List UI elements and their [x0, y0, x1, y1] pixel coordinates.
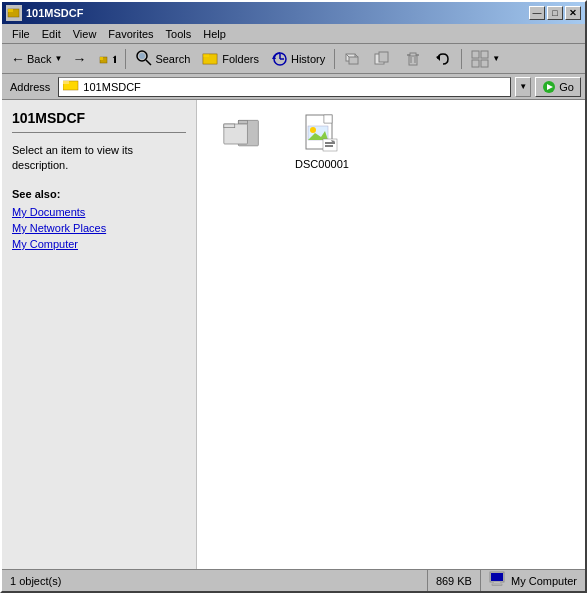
menu-view[interactable]: View: [67, 26, 103, 42]
left-panel: 101MSDCF Select an item to view its desc…: [2, 100, 197, 569]
up-button[interactable]: ⬆: [93, 47, 121, 71]
separator-1: [125, 49, 126, 69]
photo-icon: [303, 114, 341, 154]
folders-icon: [202, 49, 220, 69]
my-documents-link[interactable]: My Documents: [12, 206, 186, 218]
svg-rect-25: [472, 51, 479, 58]
move-button[interactable]: [339, 47, 367, 71]
separator-2: [334, 49, 335, 69]
window-title: 101MSDCF: [26, 7, 83, 19]
menu-edit[interactable]: Edit: [36, 26, 67, 42]
delete-button[interactable]: [399, 47, 427, 71]
photo-item[interactable]: DSC00001: [287, 110, 357, 174]
close-button[interactable]: ✕: [565, 6, 581, 20]
search-icon: [135, 49, 153, 69]
copy-button[interactable]: [369, 47, 397, 71]
menu-favorites[interactable]: Favorites: [102, 26, 159, 42]
menu-bar: File Edit View Favorites Tools Help: [2, 24, 585, 44]
svg-rect-28: [481, 60, 488, 67]
address-value: 101MSDCF: [83, 81, 506, 93]
forward-icon: →: [72, 52, 86, 66]
svg-rect-26: [481, 51, 488, 58]
views-arrow-icon: ▼: [492, 54, 500, 63]
history-label: History: [291, 53, 325, 65]
svg-text:⬆: ⬆: [111, 54, 116, 65]
my-network-places-link[interactable]: My Network Places: [12, 222, 186, 234]
back-icon: ←: [11, 52, 25, 66]
go-label: Go: [559, 81, 574, 93]
copy-icon: [374, 50, 392, 68]
svg-line-6: [146, 60, 151, 65]
go-button[interactable]: Go: [535, 77, 581, 97]
title-bar: 101MSDCF — □ ✕: [2, 2, 585, 24]
my-computer-link[interactable]: My Computer: [12, 238, 186, 250]
svg-rect-43: [323, 139, 337, 151]
toolbar: ← Back ▼ → ⬆: [2, 44, 585, 74]
svg-rect-27: [472, 60, 479, 67]
svg-rect-21: [410, 53, 416, 56]
svg-rect-34: [238, 120, 247, 124]
svg-point-7: [139, 53, 145, 59]
go-icon: [542, 80, 556, 94]
status-size: 869 KB: [428, 570, 481, 591]
address-bar: Address 101MSDCF ▼ Go: [2, 74, 585, 100]
address-folder-icon: [63, 78, 79, 95]
minimize-button[interactable]: —: [529, 6, 545, 20]
separator-3: [461, 49, 462, 69]
explorer-window: 101MSDCF — □ ✕ File Edit View Favorites …: [0, 0, 587, 593]
svg-rect-18: [379, 52, 388, 62]
menu-file[interactable]: File: [6, 26, 36, 42]
folder-icon: [222, 115, 262, 153]
folders-label: Folders: [222, 53, 259, 65]
status-computer: My Computer: [481, 569, 585, 592]
photo-icon-wrapper: [302, 114, 342, 154]
move-icon: [344, 50, 362, 68]
see-also-label: See also:: [12, 188, 186, 200]
status-objects: 1 object(s): [2, 570, 428, 591]
description-text: Select an item to view its description.: [12, 143, 186, 174]
window-icon: [6, 5, 22, 21]
svg-rect-50: [492, 584, 502, 586]
maximize-button[interactable]: □: [547, 6, 563, 20]
svg-rect-36: [224, 124, 235, 128]
views-button[interactable]: ▼: [466, 47, 503, 71]
svg-rect-3: [100, 57, 103, 60]
status-bar: 1 object(s) 869 KB My Computer: [2, 569, 585, 591]
address-dropdown[interactable]: ▼: [515, 77, 531, 97]
svg-rect-1: [8, 9, 13, 12]
svg-rect-10: [203, 54, 217, 64]
history-icon: [271, 49, 289, 69]
forward-button[interactable]: →: [67, 47, 91, 71]
up-icon: ⬆: [98, 49, 116, 69]
undo-button[interactable]: [429, 47, 457, 71]
svg-rect-30: [63, 81, 69, 84]
back-arrow-icon: ▼: [54, 54, 62, 63]
svg-rect-14: [349, 57, 358, 64]
search-label: Search: [155, 53, 190, 65]
file-grid: DSC00001: [207, 110, 575, 174]
folder-item[interactable]: [207, 110, 277, 174]
folder-icon-wrapper: [222, 114, 262, 154]
folder-title-divider: [12, 132, 186, 133]
svg-rect-48: [491, 573, 503, 581]
views-icon: [471, 50, 489, 68]
title-buttons: — □ ✕: [529, 6, 581, 20]
history-button[interactable]: History: [266, 47, 330, 71]
undo-icon: [434, 50, 452, 68]
address-label: Address: [6, 81, 54, 93]
folders-button[interactable]: Folders: [197, 47, 264, 71]
back-button[interactable]: ← Back ▼: [6, 47, 65, 71]
computer-icon: [489, 571, 507, 590]
menu-help[interactable]: Help: [197, 26, 232, 42]
right-panel: DSC00001: [197, 100, 585, 569]
search-button[interactable]: Search: [130, 47, 195, 71]
back-label: Back: [27, 53, 51, 65]
photo-label: DSC00001: [295, 158, 349, 170]
address-input-wrapper[interactable]: 101MSDCF: [58, 77, 511, 97]
folder-title: 101MSDCF: [12, 110, 186, 126]
svg-rect-39: [324, 115, 332, 123]
svg-point-41: [310, 127, 316, 133]
menu-tools[interactable]: Tools: [160, 26, 198, 42]
svg-rect-49: [494, 582, 500, 584]
computer-label: My Computer: [511, 575, 577, 587]
